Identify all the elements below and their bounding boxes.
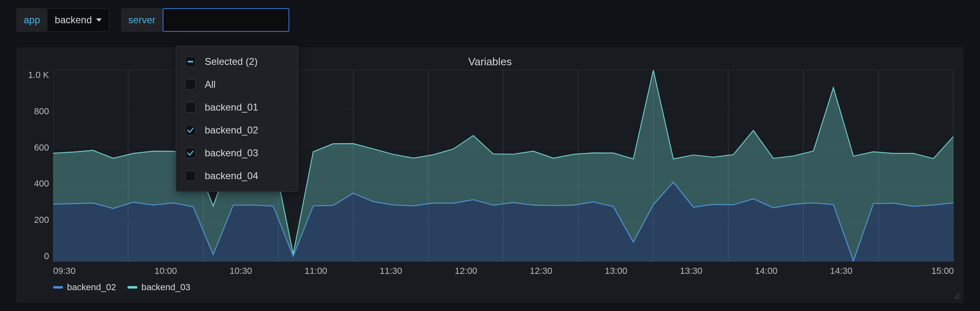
y-tick: 800 [34,106,49,117]
y-tick: 200 [34,215,49,225]
x-tick: 13:00 [579,266,654,276]
variable-server-input[interactable] [163,8,289,32]
dropdown-option[interactable]: backend_01 [176,96,298,119]
dropdown-option[interactable]: backend_04 [176,164,298,187]
dropdown-option-label: All [205,79,216,90]
dropdown-option-label: backend_04 [205,170,258,182]
checkbox-unchecked-icon [185,102,196,113]
checkbox-unchecked-icon [185,171,196,181]
variable-app-value[interactable]: backend [47,8,110,32]
server-dropdown: Selected (2) Allbackend_01backend_02back… [176,46,298,192]
x-tick: 09:30 [53,266,128,276]
x-axis: 09:3010:0010:3011:0011:3012:0012:3013:00… [53,262,954,276]
variable-server: server [121,8,290,32]
chart-panel: Variables 1.0 K8006004002000 09:3010:001… [16,47,964,303]
dropdown-option[interactable]: backend_02 [176,119,298,142]
variable-app: app backend [16,8,110,32]
checkbox-checked-icon [185,148,196,158]
y-tick: 1.0 K [28,70,49,80]
resize-handle-icon[interactable] [954,293,960,299]
x-tick: 15:00 [879,266,954,276]
dropdown-option[interactable]: All [176,73,298,96]
variable-bar: app backend server Selected (2) Allbacke… [0,8,980,32]
x-tick: 10:30 [203,266,278,276]
x-tick: 12:30 [503,266,579,276]
x-tick: 14:30 [804,266,879,276]
dropdown-option[interactable]: backend_03 [176,142,298,164]
legend-label: backend_03 [141,282,190,293]
chart-legend: backend_02backend_03 [53,276,954,293]
variable-server-label: server [121,8,163,32]
checkbox-unchecked-icon [185,79,196,90]
checkbox-checked-icon [185,125,196,136]
checkbox-indeterminate-icon [185,56,196,67]
legend-label: backend_02 [67,282,116,293]
variable-app-value-text: backend [55,14,92,26]
chart-area: 1.0 K8006004002000 [26,70,954,262]
x-tick: 11:00 [278,266,354,276]
dropdown-selected-header[interactable]: Selected (2) [176,50,298,73]
x-tick: 11:30 [354,266,429,276]
legend-item[interactable]: backend_03 [128,282,190,293]
panel-title: Variables [26,56,954,68]
x-tick: 14:00 [729,266,804,276]
x-tick: 12:00 [428,266,503,276]
dropdown-header-label: Selected (2) [205,56,257,67]
y-tick: 400 [34,178,49,189]
y-tick: 600 [34,142,49,153]
y-tick: 0 [44,251,49,262]
legend-swatch [128,286,137,289]
dropdown-option-label: backend_02 [205,124,258,136]
x-tick: 13:30 [653,266,729,276]
dropdown-option-label: backend_03 [205,147,258,159]
legend-item[interactable]: backend_02 [53,282,116,293]
x-tick: 10:00 [128,266,204,276]
legend-swatch [53,286,63,289]
dropdown-option-label: backend_01 [205,102,258,113]
y-axis: 1.0 K8006004002000 [26,70,53,262]
variable-app-label: app [16,8,47,32]
chevron-down-icon [96,18,102,22]
